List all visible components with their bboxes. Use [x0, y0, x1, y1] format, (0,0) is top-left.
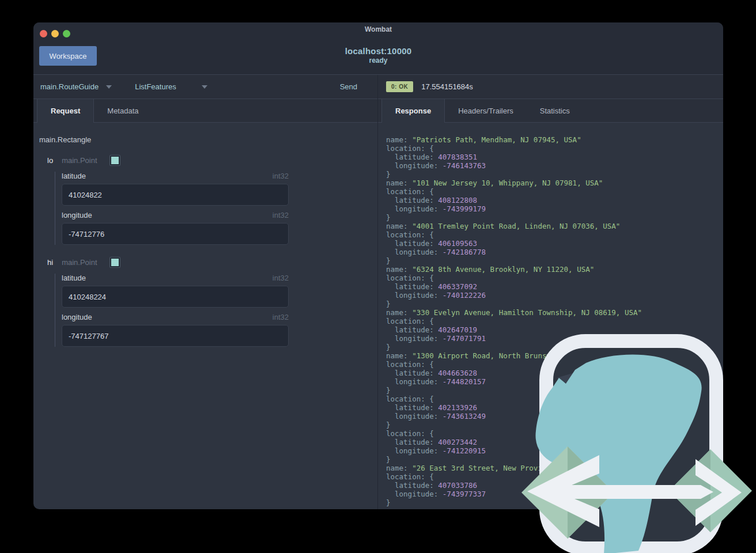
chevron-down-icon — [106, 85, 112, 89]
status-badge: 0: OK — [386, 81, 413, 92]
field-proto-type: int32 — [273, 211, 289, 219]
field-label: longitude — [62, 211, 92, 219]
response-tabbar: Response Headers/Trailers Statistics — [378, 99, 723, 123]
field-label: latitude — [62, 172, 86, 180]
response-body: name: "Patriots Path, Mendham, NJ 07945,… — [378, 123, 723, 509]
app-window: Wombat Workspace localhost:10000 ready m… — [33, 22, 723, 509]
send-button[interactable]: Send — [340, 82, 357, 91]
hi-latitude-input[interactable] — [62, 286, 289, 308]
tab-request[interactable]: Request — [37, 99, 94, 123]
tab-metadata[interactable]: Metadata — [94, 99, 152, 122]
field-group-lo: lo main.Point latitude int32 — [39, 153, 372, 245]
response-toolbar: 0: OK 17.554151684s — [378, 75, 723, 99]
lo-latitude-input[interactable] — [62, 184, 289, 206]
request-form: main.Rectangle lo main.Point latitude in… — [33, 123, 377, 509]
message-type-label: main.Rectangle — [39, 135, 372, 144]
checkbox-lo[interactable] — [110, 156, 120, 165]
service-select-label: main.RouteGuide — [40, 82, 99, 91]
method-select-label: ListFeatures — [135, 82, 176, 91]
field-proto-type: int32 — [273, 172, 289, 180]
field-proto-type: int32 — [273, 313, 289, 321]
call-duration: 17.554151684s — [421, 82, 473, 91]
hi-longitude-input[interactable] — [62, 325, 289, 347]
field-name: hi — [47, 258, 53, 267]
chevron-down-icon — [202, 85, 207, 89]
field-type: main.Point — [62, 258, 97, 267]
response-panel: 0: OK 17.554151684s Response Headers/Tra… — [378, 75, 723, 509]
field-type: main.Point — [62, 156, 97, 165]
method-select[interactable]: ListFeatures — [135, 82, 207, 91]
connection-state: ready — [33, 56, 723, 65]
field-name: lo — [47, 156, 53, 165]
host-address: localhost:10000 — [33, 46, 723, 56]
tab-headers-trailers[interactable]: Headers/Trailers — [445, 99, 527, 122]
titlebar: Wombat Workspace localhost:10000 ready — [33, 22, 723, 75]
screen: { "window": { "title": "Wombat" }, "head… — [0, 0, 756, 553]
request-tabbar: Request Metadata — [33, 99, 377, 123]
field-proto-type: int32 — [273, 274, 289, 282]
field-group-hi: hi main.Point latitude int32 — [39, 255, 372, 347]
window-title: Wombat — [33, 25, 723, 33]
lo-longitude-input[interactable] — [62, 223, 289, 245]
field-label: longitude — [62, 313, 92, 321]
tab-response[interactable]: Response — [381, 99, 445, 123]
checkbox-hi[interactable] — [110, 257, 120, 267]
field-label: latitude — [62, 274, 86, 282]
tab-statistics[interactable]: Statistics — [527, 99, 583, 122]
request-panel: main.RouteGuide ListFeatures Send Reques… — [33, 75, 378, 509]
service-select[interactable]: main.RouteGuide — [40, 82, 112, 91]
connection-status: localhost:10000 ready — [33, 46, 723, 65]
request-toolbar: main.RouteGuide ListFeatures Send — [33, 75, 377, 99]
